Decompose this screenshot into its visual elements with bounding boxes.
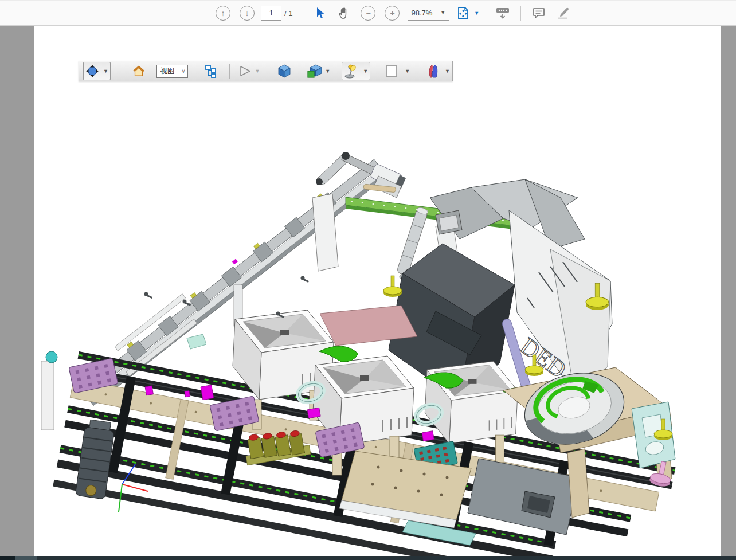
highlight-button[interactable] (553, 3, 573, 23)
chevron-down-icon[interactable]: ▼ (474, 11, 479, 16)
cad-model-drawing[interactable]: DED (34, 26, 721, 557)
leveling-foot-yellow (383, 276, 402, 297)
pdf-page: ▼ 视图 ˅ (34, 26, 721, 557)
fit-page-button[interactable] (455, 3, 472, 23)
status-bar (0, 556, 736, 560)
page-number-input-box (261, 6, 281, 21)
hand-icon (338, 7, 350, 19)
mint-bracket (187, 334, 206, 349)
next-page-button[interactable]: ↓ (237, 3, 257, 23)
zoom-out-button[interactable]: − (358, 3, 378, 23)
select-tool-button[interactable] (310, 3, 330, 23)
status-segment-light (15, 556, 37, 560)
zoom-level-select[interactable]: 98.7% ▼ (408, 6, 449, 21)
hand-tool-button[interactable] (334, 3, 354, 23)
axis-triad (119, 464, 148, 512)
toolbar-divider (520, 6, 521, 21)
previous-page-button[interactable]: ↑ (213, 3, 233, 23)
arrow-down-icon: ↓ (240, 6, 255, 21)
toolbar-divider (302, 6, 302, 21)
highlighter-icon (555, 6, 570, 20)
pdf-viewer-window: ↑ ↓ / 1 − + (0, 0, 736, 560)
select-cursor-icon (314, 7, 326, 19)
plus-icon: + (385, 6, 400, 21)
zoom-level-value: 98.7% (411, 9, 432, 17)
comment-button[interactable] (529, 3, 549, 23)
zoom-in-button[interactable]: + (382, 3, 402, 23)
fit-page-icon (457, 6, 469, 20)
teal-motor (46, 351, 57, 363)
page-total-label: / 1 (284, 9, 292, 18)
viewer-toolbar: ↑ ↓ / 1 − + (0, 0, 736, 26)
document-area: ▼ 视图 ˅ (0, 26, 736, 556)
hide-toolbar-button[interactable] (493, 3, 512, 23)
hide-toolbar-icon (495, 6, 510, 20)
minus-icon: − (361, 6, 375, 21)
page-number-input[interactable] (261, 8, 281, 18)
arrow-up-icon: ↑ (216, 6, 230, 21)
status-segment-main (37, 556, 736, 560)
comment-icon (532, 7, 546, 19)
status-segment-dark (0, 556, 15, 560)
gear-motor (75, 419, 115, 499)
chevron-down-icon: ▼ (440, 10, 445, 15)
